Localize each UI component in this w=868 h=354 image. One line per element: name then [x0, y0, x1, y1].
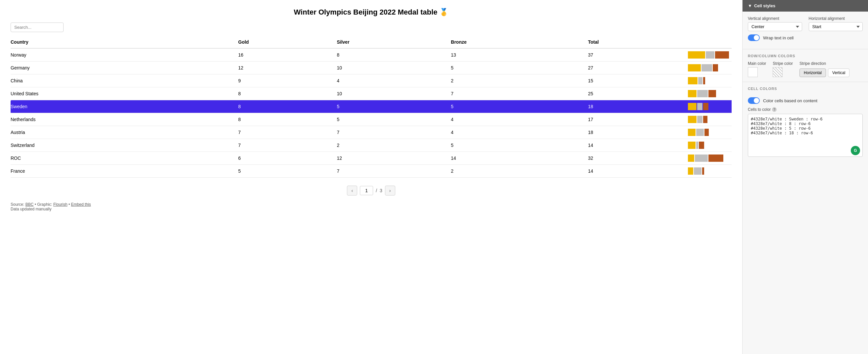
wrap-text-row: Wrap text in cell [748, 31, 863, 44]
bar-silver [696, 141, 698, 149]
table-row: Austria 7 7 4 18 [10, 126, 732, 139]
bar-bronze [708, 90, 716, 97]
table-row: United States 8 10 7 25 [10, 87, 732, 100]
alignment-section: Vertical alignment Center Top Bottom Hor… [743, 11, 868, 49]
cell-colors-section: CELL COLORS Color cells based on content… [743, 82, 868, 162]
cell-bronze: 4 [451, 113, 588, 126]
cell-country: Netherlands [10, 113, 238, 126]
bar-gold [688, 64, 701, 71]
main-content: Winter Olympics Beijing 2022 Medal table… [0, 0, 742, 354]
horizontal-alignment-select[interactable]: Start Center End [809, 22, 863, 31]
col-header-country: Country [10, 37, 238, 48]
vertical-alignment-group: Vertical alignment Center Top Bottom [748, 16, 802, 31]
cell-total: 18 [588, 100, 688, 113]
cell-gold: 8 [238, 87, 337, 100]
col-header-total: Total [588, 37, 688, 48]
bar-silver [696, 129, 704, 136]
bar-silver [702, 64, 712, 71]
cell-bar [688, 48, 732, 62]
vertical-btn[interactable]: Vertical [828, 68, 849, 77]
bar-chart [688, 167, 729, 175]
main-color-label: Main color [748, 61, 766, 66]
cells-to-color-textarea[interactable] [748, 114, 863, 157]
table-row: China 9 4 2 15 [10, 74, 732, 87]
bar-chart [688, 51, 729, 59]
embed-link[interactable]: Embed this [71, 202, 91, 207]
cell-bronze: 2 [451, 74, 588, 87]
bar-bronze [715, 51, 729, 59]
cell-country: China [10, 74, 238, 87]
bar-chart [688, 129, 729, 136]
table-row: Netherlands 8 5 4 17 [10, 113, 732, 126]
color-cells-toggle[interactable] [748, 97, 760, 104]
col-header-bronze: Bronze [451, 37, 588, 48]
cell-bar [688, 62, 732, 74]
cell-bar [688, 165, 732, 178]
cell-gold: 9 [238, 74, 337, 87]
cell-gold: 8 [238, 100, 337, 113]
source-link[interactable]: BBC [26, 202, 34, 207]
cell-country: Austria [10, 126, 238, 139]
horizontal-btn[interactable]: Horizontal [800, 68, 826, 77]
color-cells-label: Color cells based on content [763, 98, 817, 103]
page-input[interactable] [360, 186, 373, 195]
stripe-color-swatch[interactable] [773, 67, 783, 77]
color-cells-row: Color cells based on content [748, 94, 863, 107]
graphic-link[interactable]: Flourish [53, 202, 67, 207]
horizontal-alignment-group: Horizontal alignment Start Center End [809, 16, 863, 31]
row-column-colors-section: ROW/COLUMN COLORS Main color Stripe colo… [743, 49, 868, 82]
cell-country: Norway [10, 48, 238, 62]
cell-bar [688, 126, 732, 139]
help-icon[interactable]: ? [772, 107, 777, 112]
cell-country: Sweden [10, 100, 238, 113]
vertical-alignment-select[interactable]: Center Top Bottom [748, 22, 802, 31]
cell-country: Switzerland [10, 139, 238, 152]
bar-chart [688, 103, 729, 110]
stripe-color-label: Stripe color [773, 61, 793, 66]
cell-gold: 7 [238, 139, 337, 152]
cell-bronze: 4 [451, 126, 588, 139]
cell-country: Germany [10, 62, 238, 74]
data-note: Data updated manually [10, 207, 51, 212]
cell-bronze: 7 [451, 87, 588, 100]
bar-silver [698, 77, 703, 84]
bar-silver [697, 90, 708, 97]
graphic-label: Graphic: [37, 202, 52, 207]
main-color-swatch[interactable] [748, 67, 758, 77]
row-column-colors-title: ROW/COLUMN COLORS [748, 54, 863, 58]
bar-silver [697, 103, 703, 110]
bar-bronze [703, 116, 708, 123]
wrap-text-toggle[interactable] [748, 34, 760, 41]
cell-total: 14 [588, 165, 688, 178]
cell-bronze: 2 [451, 165, 588, 178]
cell-bar [688, 139, 732, 152]
bar-gold [688, 51, 705, 59]
bar-gold [688, 77, 698, 84]
cell-bronze: 13 [451, 48, 588, 62]
cell-silver: 5 [337, 100, 451, 113]
cell-gold: 16 [238, 48, 337, 62]
grammarly-button[interactable]: G [851, 146, 860, 155]
search-input[interactable] [10, 23, 64, 32]
prev-page-button[interactable]: ‹ [347, 186, 357, 196]
table-row: Germany 12 10 5 27 [10, 62, 732, 74]
bar-bronze [703, 77, 705, 84]
cell-bar [688, 87, 732, 100]
cell-gold: 12 [238, 62, 337, 74]
cell-total: 27 [588, 62, 688, 74]
wrap-text-label: Wrap text in cell [763, 35, 794, 40]
cell-total: 18 [588, 126, 688, 139]
bar-silver [695, 155, 708, 162]
next-page-button[interactable]: › [385, 186, 395, 196]
chevron-down-icon: ▼ [748, 3, 752, 8]
table-row: Norway 16 8 13 37 [10, 48, 732, 62]
bar-silver [697, 116, 703, 123]
main-color-group: Main color [748, 61, 766, 77]
bar-bronze [705, 129, 709, 136]
page-total: 3 [380, 188, 382, 193]
col-header-bar [688, 37, 732, 48]
bar-chart [688, 155, 729, 162]
medal-table: Country Gold Silver Bronze Total Norway … [10, 37, 732, 178]
horizontal-alignment-label: Horizontal alignment [809, 16, 863, 21]
bar-gold [688, 129, 695, 136]
